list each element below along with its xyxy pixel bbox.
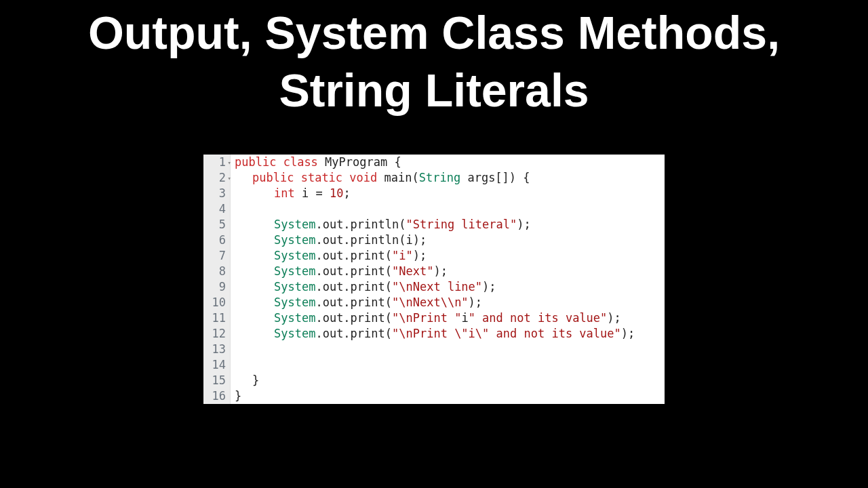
code-content: public class MyProgram {: [231, 155, 401, 170]
line-number: 6: [203, 232, 231, 248]
line-number: 11: [203, 310, 231, 326]
line-number: 9: [203, 279, 231, 295]
code-content: System.out.print("\nNext\\n");: [231, 295, 482, 310]
line-number: 10: [203, 295, 231, 310]
code-content: int i = 10;: [231, 186, 351, 201]
code-line: 6 System.out.println(i);: [203, 232, 665, 248]
code-line: 8 System.out.print("Next");: [203, 264, 665, 279]
slide-title: Output, System Class Methods, String Lit…: [0, 0, 868, 119]
line-number: 3: [203, 186, 231, 201]
title-line-2: String Literals: [0, 62, 868, 119]
code-content: System.out.println(i);: [231, 232, 427, 248]
code-content: System.out.print("Next");: [231, 264, 448, 279]
code-content: }: [231, 388, 241, 404]
code-content: System.out.println("String literal");: [231, 217, 531, 232]
code-line: 7 System.out.print("i");: [203, 248, 665, 264]
line-number: 2▾: [203, 170, 231, 186]
fold-icon: ▾: [228, 170, 231, 186]
code-line: 5 System.out.println("String literal");: [203, 217, 665, 232]
code-content: }: [231, 373, 259, 388]
code-content: [231, 201, 281, 217]
line-number: 4: [203, 201, 231, 217]
code-line: 3 int i = 10;: [203, 186, 665, 201]
code-editor: 1▾ public class MyProgram { 2▾ public st…: [203, 155, 665, 404]
code-content: System.out.print("\nNext line");: [231, 279, 496, 295]
code-line: 16 }: [203, 388, 665, 404]
code-line: 1▾ public class MyProgram {: [203, 155, 665, 170]
fold-icon: ▾: [228, 155, 231, 170]
code-content: System.out.print("\nPrint "i" and not it…: [231, 310, 621, 326]
line-number: 13: [203, 342, 231, 357]
code-line: 10 System.out.print("\nNext\\n");: [203, 295, 665, 310]
code-content: [231, 342, 281, 357]
code-line: 15 }: [203, 373, 665, 388]
line-number: 1▾: [203, 155, 231, 170]
code-content: public static void main(String args[]) {: [231, 170, 530, 186]
code-line: 13: [203, 342, 665, 357]
code-line: 4: [203, 201, 665, 217]
code-content: System.out.print("\nPrint \"i\" and not …: [231, 326, 635, 342]
code-content: [231, 357, 281, 373]
line-number: 16: [203, 388, 231, 404]
code-line: 12 System.out.print("\nPrint \"i\" and n…: [203, 326, 665, 342]
code-line: 14: [203, 357, 665, 373]
code-content: System.out.print("i");: [231, 248, 427, 264]
line-number: 7: [203, 248, 231, 264]
line-number: 8: [203, 264, 231, 279]
line-number: 5: [203, 217, 231, 232]
line-number: 15: [203, 373, 231, 388]
title-line-1: Output, System Class Methods,: [0, 4, 868, 62]
code-line: 2▾ public static void main(String args[]…: [203, 170, 665, 186]
line-number: 14: [203, 357, 231, 373]
line-number: 12: [203, 326, 231, 342]
code-line: 9 System.out.print("\nNext line");: [203, 279, 665, 295]
code-line: 11 System.out.print("\nPrint "i" and not…: [203, 310, 665, 326]
